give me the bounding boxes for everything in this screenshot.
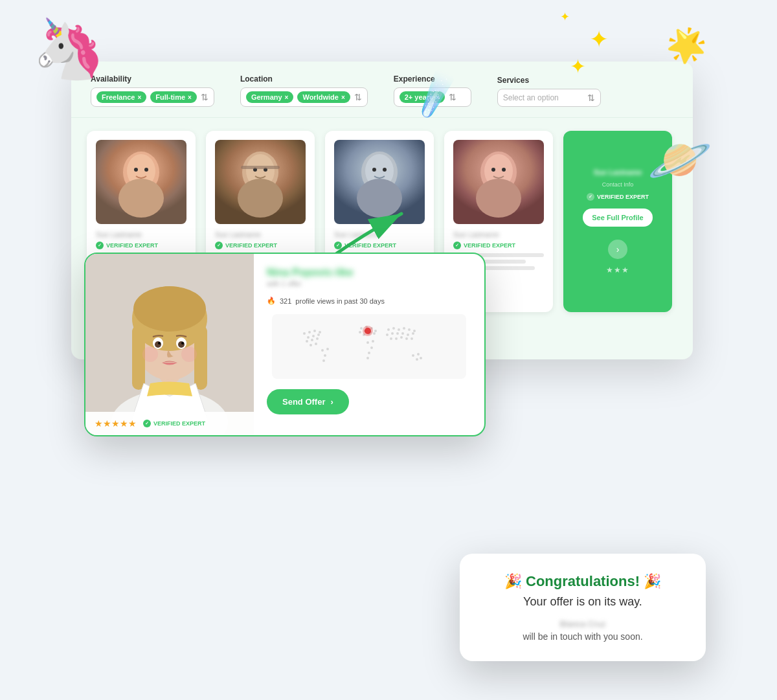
congrats-followup-text: will be in touch with you soon. <box>483 631 682 642</box>
svg-point-36 <box>142 346 158 362</box>
svg-point-39 <box>303 332 306 335</box>
send-offer-button[interactable]: Send Offer › <box>267 389 349 414</box>
profile-name: Nina Popovic-like <box>267 267 471 278</box>
svg-point-49 <box>310 344 312 346</box>
unicorn-decoration: 🦄 <box>32 19 105 78</box>
svg-point-83 <box>412 354 414 357</box>
profile-verified-text: VERIFIED EXPERT <box>153 420 205 427</box>
svg-point-57 <box>374 330 377 332</box>
services-filter: Services Select an option ⇅ <box>497 76 601 107</box>
verified-icon-4: ✓ <box>453 242 461 249</box>
svg-point-20 <box>502 168 506 172</box>
expert-name-2: Sue Lastname <box>215 231 306 238</box>
congrats-emoji-right: 🎉 <box>644 573 661 589</box>
svg-point-65 <box>366 357 369 359</box>
svg-point-42 <box>319 331 321 333</box>
verified-icon-2: ✓ <box>215 242 223 249</box>
svg-point-80 <box>400 336 403 339</box>
remove-fulltime-icon[interactable]: × <box>188 94 192 101</box>
services-placeholder: Select an option <box>503 93 559 102</box>
remove-freelance-icon[interactable]: × <box>137 94 141 101</box>
verified-badge-3: ✓ VERIFIED EXPERT <box>334 242 425 249</box>
svg-rect-27 <box>132 325 145 390</box>
location-dropdown-icon[interactable]: ⇅ <box>354 92 362 102</box>
svg-point-92 <box>363 326 373 336</box>
svg-point-51 <box>360 327 363 330</box>
congratulations-popup: 🎉 Congratulations! 🎉 Your offer is on it… <box>460 554 706 661</box>
location-tags[interactable]: Germany × Worldwide × ⇅ <box>240 87 368 107</box>
svg-point-21 <box>476 179 521 218</box>
svg-rect-10 <box>241 166 280 169</box>
location-tag-worldwide[interactable]: Worldwide × <box>297 91 350 103</box>
see-full-profile-button[interactable]: See Full Profile <box>583 209 652 227</box>
availability-tags[interactable]: Freelance × Full-time × ⇅ <box>91 87 214 107</box>
profile-subtitle: with 1 offer <box>267 280 471 288</box>
svg-point-79 <box>395 337 398 340</box>
svg-point-33 <box>178 341 185 348</box>
location-label: Location <box>240 74 368 84</box>
world-map <box>267 314 471 379</box>
services-dropdown-icon[interactable]: ⇅ <box>587 93 595 103</box>
svg-point-87 <box>321 349 324 352</box>
congrats-subtitle: Your offer is on its way. <box>483 595 682 609</box>
verified-icon-3: ✓ <box>334 242 342 249</box>
tag-label: Germany <box>251 93 282 101</box>
availability-filter: Availability Freelance × Full-time × ⇅ <box>91 74 214 107</box>
svg-point-70 <box>408 328 411 331</box>
profile-photo-bg <box>85 254 254 435</box>
svg-point-85 <box>416 358 418 361</box>
svg-point-32 <box>155 341 161 348</box>
verified-text-4: VERIFIED EXPERT <box>464 242 515 249</box>
cta-stars: ★★★ <box>606 265 629 275</box>
sparkle-icon-1: ✦ <box>589 26 609 53</box>
profile-info-section: Nina Popovic-like with 1 offer 🔥 321 pro… <box>254 254 484 435</box>
svg-point-35 <box>181 342 184 344</box>
expert-name-4: Sue Lastname <box>453 231 544 238</box>
congrats-emoji-left: 🎉 <box>504 573 522 589</box>
svg-point-50 <box>315 343 317 345</box>
svg-point-45 <box>317 333 320 336</box>
tag-label: Freelance <box>102 93 135 101</box>
services-select[interactable]: Select an option ⇅ <box>497 89 601 107</box>
verified-text-3: VERIFIED EXPERT <box>344 242 396 249</box>
svg-point-73 <box>391 332 394 335</box>
svg-point-54 <box>359 331 361 333</box>
availability-tag-fulltime[interactable]: Full-time × <box>150 91 197 103</box>
profile-verified-icon: ✓ <box>143 420 151 427</box>
availability-label: Availability <box>91 74 214 84</box>
location-filter: Location Germany × Worldwide × ⇅ <box>240 74 368 107</box>
next-card-button[interactable]: › <box>608 240 627 259</box>
congrats-title: 🎉 Congratulations! 🎉 <box>483 573 682 590</box>
svg-point-72 <box>386 333 388 336</box>
svg-rect-28 <box>194 325 207 390</box>
cta-verified-icon: ✓ <box>587 193 594 201</box>
cta-verified-badge: ✓ VERIFIED EXPERT <box>587 193 649 201</box>
svg-point-60 <box>373 332 376 335</box>
expert-name-3: Sue Lastname <box>334 231 425 238</box>
availability-dropdown-icon[interactable]: ⇅ <box>201 92 208 102</box>
filter-bar: Availability Freelance × Full-time × ⇅ L… <box>71 62 693 118</box>
svg-point-88 <box>326 348 329 350</box>
sparkle-icon-3: ✦ <box>570 55 586 78</box>
views-text: profile views in past 30 days <box>295 297 385 305</box>
tag-label: Worldwide <box>302 93 338 101</box>
svg-point-66 <box>387 328 390 331</box>
remove-worldwide-icon[interactable]: × <box>341 94 345 101</box>
verified-badge-2: ✓ VERIFIED EXPERT <box>215 242 306 249</box>
svg-point-43 <box>307 336 310 339</box>
svg-point-16 <box>357 179 402 218</box>
verified-badge-4: ✓ VERIFIED EXPERT <box>453 242 544 249</box>
svg-point-37 <box>181 346 197 362</box>
svg-point-89 <box>324 354 326 357</box>
verified-text-1: VERIFIED EXPERT <box>106 242 158 249</box>
svg-point-81 <box>405 337 408 340</box>
svg-point-46 <box>306 340 308 343</box>
svg-point-14 <box>372 168 376 172</box>
svg-point-86 <box>420 357 422 359</box>
svg-point-77 <box>412 332 414 335</box>
send-offer-arrow-icon: › <box>330 397 333 407</box>
remove-germany-icon[interactable]: × <box>285 94 289 101</box>
svg-point-41 <box>313 330 316 332</box>
location-tag-germany[interactable]: Germany × <box>246 91 294 103</box>
availability-tag-freelance[interactable]: Freelance × <box>96 91 146 103</box>
